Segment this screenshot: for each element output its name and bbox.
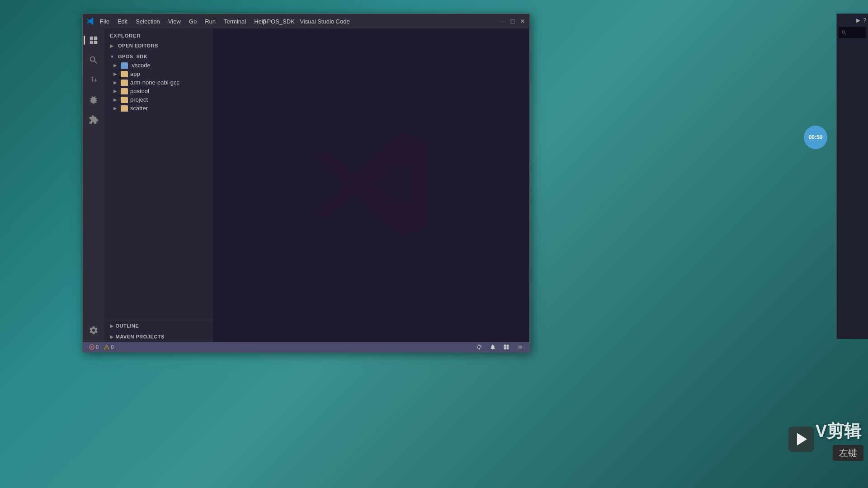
menu-edit[interactable]: Edit <box>114 17 131 26</box>
vscode-window: File Edit Selection View Go Run Terminal… <box>82 14 530 352</box>
tree-label-app: app <box>130 70 140 77</box>
minimize-button[interactable]: — <box>500 18 506 24</box>
folder-tree: ▶ .vscode ▶ app ▶ arm-none-eabi-gcc <box>104 61 213 113</box>
error-count: 0 <box>96 344 99 350</box>
tree-chevron-app: ▶ <box>113 71 120 76</box>
maven-section[interactable]: ▶ MAVEN PROJECTS <box>104 331 213 342</box>
vscode-logo-icon <box>86 17 94 25</box>
brand-text: V剪辑 <box>816 422 861 441</box>
window-title: GPOS_SDK - Visual Studio Code <box>262 18 349 25</box>
project-chevron: ▼ <box>110 54 116 59</box>
svg-text:!: ! <box>106 346 107 349</box>
outline-section[interactable]: ▶ OUTLINE <box>104 320 213 331</box>
explorer-header: EXPLORER <box>104 28 213 41</box>
debug-activity-icon[interactable] <box>85 92 102 108</box>
settings-activity-icon[interactable] <box>85 322 102 338</box>
cut-label: 左键 <box>833 445 863 461</box>
folder-icon-postool <box>121 88 128 94</box>
tree-label-arm: arm-none-eabi-gcc <box>130 79 179 86</box>
vscode-watermark <box>308 121 434 249</box>
editor-area <box>213 28 529 342</box>
tree-chevron-postool: ▶ <box>113 89 120 94</box>
open-editors-label: OPEN EDITORS <box>118 43 158 48</box>
search-activity-icon[interactable] <box>85 52 102 68</box>
tree-label-project: project <box>130 96 148 103</box>
extensions-activity-icon[interactable] <box>85 112 102 128</box>
folder-icon-scatter <box>121 105 128 112</box>
status-warnings[interactable]: ! 0 <box>101 344 116 350</box>
error-icon: ✕ <box>89 344 94 350</box>
warning-icon: ! <box>104 344 109 350</box>
open-editors-section: ▶ OPEN EDITORS <box>104 41 213 50</box>
open-editors-header[interactable]: ▶ OPEN EDITORS <box>104 41 213 50</box>
svg-text:✕: ✕ <box>90 346 93 349</box>
tree-item-project[interactable]: ▶ project <box>104 95 213 104</box>
status-bar: ✕ 0 ! 0 <box>83 342 529 352</box>
timer-value: 00:50 <box>809 134 823 141</box>
warning-count: 0 <box>111 344 113 350</box>
tree-chevron-scatter: ▶ <box>113 106 120 111</box>
main-content: EXPLORER ▶ OPEN EDITORS ▼ GPOS_SDK ▶ <box>83 28 529 342</box>
open-editors-chevron: ▶ <box>110 43 116 48</box>
status-list[interactable] <box>514 344 526 350</box>
title-controls: — □ ✕ <box>500 18 526 24</box>
right-side-panel: ▶ ? <box>836 14 868 339</box>
activity-bar <box>83 28 104 342</box>
timer-badge: 00:50 <box>804 126 827 149</box>
explorer-activity-icon[interactable] <box>85 32 102 48</box>
panel-icon-2[interactable]: ? <box>863 17 866 23</box>
grid-icon <box>503 344 509 350</box>
title-bar: File Edit Selection View Go Run Terminal… <box>83 14 529 28</box>
tree-item-scatter[interactable]: ▶ scatter <box>104 104 213 113</box>
tree-label-postool: postool <box>130 88 149 94</box>
outline-chevron: ▶ <box>110 324 114 328</box>
maven-label: MAVEN PROJECTS <box>116 334 165 339</box>
menu-view[interactable]: View <box>165 17 184 26</box>
tree-label-scatter: scatter <box>130 105 148 112</box>
play-button[interactable] <box>788 427 814 452</box>
folder-icon-vscode <box>121 62 128 69</box>
tree-item-postool[interactable]: ▶ postool <box>104 87 213 95</box>
menu-run[interactable]: Run <box>201 17 219 26</box>
status-errors[interactable]: ✕ 0 <box>86 344 101 350</box>
tree-item-arm[interactable]: ▶ arm-none-eabi-gcc <box>104 78 213 87</box>
menu-terminal[interactable]: Terminal <box>220 17 250 26</box>
tree-chevron-vscode: ▶ <box>113 63 120 68</box>
list-icon <box>517 344 523 350</box>
status-right <box>473 344 526 350</box>
menu-file[interactable]: File <box>96 17 113 26</box>
tree-label-vscode: .vscode <box>130 62 151 69</box>
sidebar: EXPLORER ▶ OPEN EDITORS ▼ GPOS_SDK ▶ <box>104 28 213 342</box>
maven-chevron: ▶ <box>110 334 114 339</box>
close-button[interactable]: ✕ <box>519 18 526 24</box>
cut-label-container: 左键 <box>833 445 863 461</box>
folder-icon-arm <box>121 80 128 86</box>
folder-icon-app <box>121 71 128 77</box>
play-icon <box>797 433 807 446</box>
folder-icon-project <box>121 97 128 103</box>
menu-selection[interactable]: Selection <box>132 17 163 26</box>
right-panel-top-icons: ▶ ? <box>839 17 866 23</box>
status-sync[interactable] <box>473 344 485 350</box>
activity-bar-bottom <box>85 322 102 338</box>
status-grid[interactable] <box>500 344 512 350</box>
project-label: GPOS_SDK <box>118 54 147 59</box>
project-section: ▼ GPOS_SDK ▶ .vscode ▶ app <box>104 52 213 113</box>
project-header[interactable]: ▼ GPOS_SDK <box>104 52 213 61</box>
right-panel-search[interactable] <box>839 27 866 38</box>
tree-item-vscode[interactable]: ▶ .vscode <box>104 61 213 70</box>
sidebar-bottom: ▶ OUTLINE ▶ MAVEN PROJECTS <box>104 320 213 342</box>
sync-icon <box>476 344 482 350</box>
tree-item-app[interactable]: ▶ app <box>104 70 213 78</box>
maximize-button[interactable]: □ <box>509 18 516 24</box>
menu-bar: File Edit Selection View Go Run Terminal… <box>96 17 270 26</box>
status-bell[interactable] <box>487 344 499 350</box>
tree-chevron-arm: ▶ <box>113 80 120 85</box>
tree-chevron-project: ▶ <box>113 97 120 102</box>
brand-watermark: V剪辑 <box>816 420 861 443</box>
panel-icon-1[interactable]: ▶ <box>856 17 860 23</box>
search-icon <box>841 30 847 35</box>
menu-go[interactable]: Go <box>185 17 200 26</box>
outline-label: OUTLINE <box>116 323 139 328</box>
source-control-activity-icon[interactable] <box>85 72 102 88</box>
